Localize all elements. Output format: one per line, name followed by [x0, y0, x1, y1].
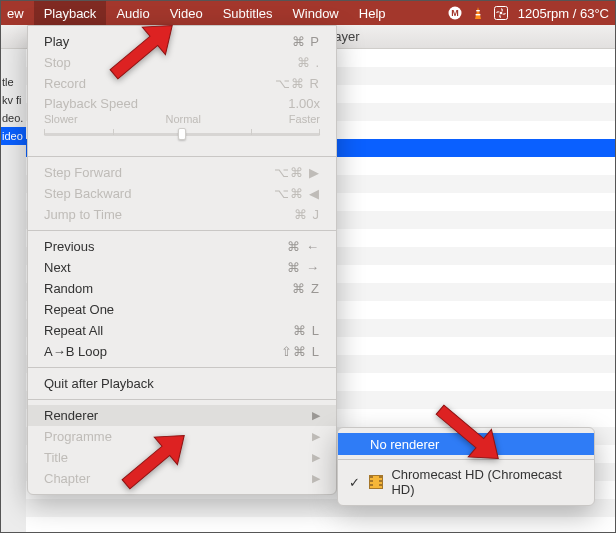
menu-item-label: Next — [44, 260, 71, 275]
vlc-cone-icon[interactable] — [472, 6, 484, 20]
menu-item-shortcut: ⌘ P — [292, 34, 320, 49]
menu-item-shortcut: ⌘ J — [294, 207, 320, 222]
menu-item-programme: Programme▶ — [28, 426, 336, 447]
menu-separator — [28, 367, 336, 368]
menu-item-label: Step Backward — [44, 186, 131, 201]
menu-item-label: Repeat One — [44, 302, 114, 317]
menu-item-shortcut: ⇧⌘ L — [281, 344, 320, 359]
menu-item-shortcut: ⌥⌘ R — [275, 76, 320, 91]
menu-item-label: Stop — [44, 55, 71, 70]
svg-rect-3 — [476, 10, 480, 11]
menu-item-label: Repeat All — [44, 323, 103, 338]
menu-separator — [28, 156, 336, 157]
menu-playback[interactable]: Playback — [34, 1, 107, 25]
menu-item-record: Record⌥⌘ R — [28, 73, 336, 94]
svg-point-6 — [499, 12, 502, 15]
menu-audio[interactable]: Audio — [106, 1, 159, 25]
menu-item-title: Title▶ — [28, 447, 336, 468]
svg-text:M: M — [451, 8, 459, 18]
menu-item-chapter: Chapter▶ — [28, 468, 336, 489]
renderer-option-chromecast-hd-chromecast-hd-[interactable]: ✓Chromecast HD (Chromecast HD) — [338, 464, 594, 500]
menubar: ewPlaybackAudioVideoSubtitlesWindowHelp … — [1, 1, 615, 25]
menu-item-previous[interactable]: Previous⌘ ← — [28, 236, 336, 257]
menu-help[interactable]: Help — [349, 1, 396, 25]
menu-item-shortcut: ⌘ L — [293, 323, 320, 338]
menu-item-label: Step Forward — [44, 165, 122, 180]
menu-separator — [338, 459, 594, 460]
check-icon: ✓ — [348, 475, 361, 490]
playback-speed-slider[interactable] — [44, 127, 320, 141]
menu-item-label: Chapter — [44, 471, 90, 486]
playback-speed-value: 1.00x — [288, 96, 320, 111]
menu-item-label: Renderer — [44, 408, 98, 423]
svg-rect-4 — [475, 14, 480, 15]
menu-item-stop: Stop⌘ . — [28, 52, 336, 73]
menu-item-label: Programme — [44, 429, 112, 444]
renderer-submenu: No renderer✓Chromecast HD (Chromecast HD… — [337, 427, 595, 506]
menu-item-shortcut: ⌘ ← — [287, 239, 320, 254]
menu-separator — [28, 230, 336, 231]
menu-item-a-b-loop[interactable]: A→B Loop⇧⌘ L — [28, 341, 336, 362]
svg-marker-2 — [475, 7, 481, 19]
menu-item-label: Random — [44, 281, 93, 296]
menu-item-repeat-all[interactable]: Repeat All⌘ L — [28, 320, 336, 341]
menu-separator — [28, 399, 336, 400]
fan-status-text: 1205rpm / 63°C — [518, 6, 609, 21]
menu-item-step-backward: Step Backward⌥⌘ ◀ — [28, 183, 336, 204]
menu-item-label: Title — [44, 450, 68, 465]
menu-item-label: Jump to Time — [44, 207, 122, 222]
fan-icon[interactable] — [494, 6, 508, 20]
sidebar-item[interactable]: ideo — [1, 127, 26, 145]
renderer-option-label: No renderer — [370, 437, 439, 452]
menu-item-jump-to-time: Jump to Time⌘ J — [28, 204, 336, 225]
chevron-right-icon: ▶ — [312, 451, 320, 464]
menu-item-label: A→B Loop — [44, 344, 107, 359]
menu-item-next[interactable]: Next⌘ → — [28, 257, 336, 278]
menu-item-label: Record — [44, 76, 86, 91]
menu-item-random[interactable]: Random⌘ Z — [28, 278, 336, 299]
playback-speed-block: Playback Speed1.00xSlowerNormalFaster — [28, 94, 336, 151]
table-row[interactable] — [1, 517, 615, 533]
menu-ew[interactable]: ew — [3, 1, 34, 25]
menu-item-step-forward: Step Forward⌥⌘ ▶ — [28, 162, 336, 183]
menubar-status-right: M 1205rpm / 63°C — [448, 6, 613, 21]
menu-item-label: Quit after Playback — [44, 376, 154, 391]
menu-item-shortcut: ⌘ Z — [292, 281, 320, 296]
sidebar-item[interactable]: deo. — [1, 109, 26, 127]
menu-window[interactable]: Window — [283, 1, 349, 25]
chevron-right-icon: ▶ — [312, 430, 320, 443]
menu-item-play[interactable]: Play⌘ P — [28, 31, 336, 52]
menu-item-quit-after-playback[interactable]: Quit after Playback — [28, 373, 336, 394]
menu-video[interactable]: Video — [160, 1, 213, 25]
chevron-right-icon: ▶ — [312, 472, 320, 485]
sidebar-item[interactable]: tle — [1, 73, 26, 91]
menu-item-shortcut: ⌥⌘ ▶ — [274, 165, 320, 180]
chevron-right-icon: ▶ — [312, 409, 320, 422]
menu-item-shortcut: ⌥⌘ ◀ — [274, 186, 320, 201]
sidebar-fragment: tlekv fideo.ideo — [1, 49, 26, 532]
menu-item-shortcut: ⌘ → — [287, 260, 320, 275]
menu-item-label: Play — [44, 34, 69, 49]
renderer-option-no-renderer[interactable]: No renderer — [338, 433, 594, 455]
film-icon — [369, 475, 383, 489]
renderer-option-label: Chromecast HD (Chromecast HD) — [391, 467, 580, 497]
mega-icon[interactable]: M — [448, 6, 462, 20]
menu-item-repeat-one[interactable]: Repeat One — [28, 299, 336, 320]
menu-item-shortcut: ⌘ . — [297, 55, 320, 70]
playback-speed-label: Playback Speed — [44, 96, 138, 111]
sidebar-item[interactable]: kv fi — [1, 91, 26, 109]
menu-item-renderer[interactable]: Renderer▶ — [28, 405, 336, 426]
playback-menu: Play⌘ PStop⌘ .Record⌥⌘ RPlayback Speed1.… — [27, 25, 337, 495]
menu-item-label: Previous — [44, 239, 95, 254]
menu-subtitles[interactable]: Subtitles — [213, 1, 283, 25]
